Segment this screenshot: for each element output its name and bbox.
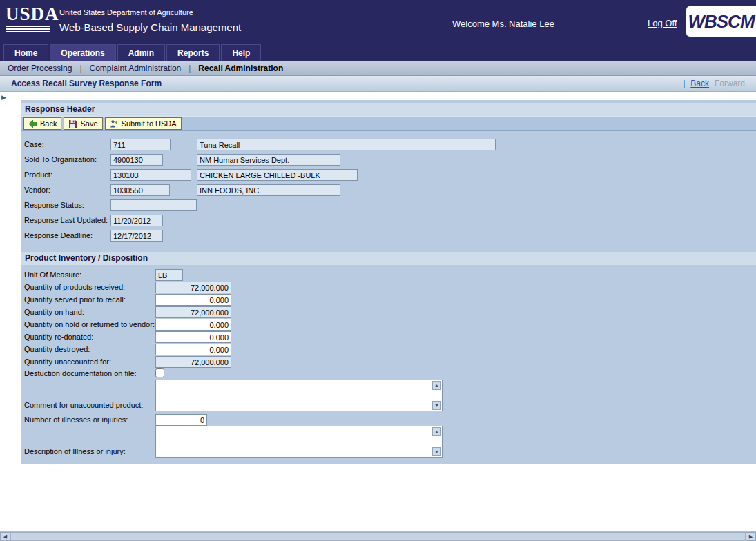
tab-home[interactable]: Home xyxy=(3,44,48,61)
sub-navigation: Order Processing | Complaint Administrat… xyxy=(0,61,756,76)
qty-on-hand-label: Quantity on hand: xyxy=(24,306,84,318)
history-nav: | Back Forward xyxy=(683,79,756,88)
qty-redonated-label: Quantity re-donated: xyxy=(24,331,93,343)
form-row-vendor: Vendor: xyxy=(21,184,756,196)
back-link[interactable]: Back xyxy=(690,79,709,88)
form-row-illnesses: Number of illnesses or injuries: xyxy=(21,414,756,426)
section-title-response-header: Response Header xyxy=(21,103,756,116)
response-deadline-label: Response Deadline: xyxy=(24,230,93,242)
top-header: USDA United States Department of Agricul… xyxy=(0,0,756,43)
qty-destroyed-label: Quantity destroyed: xyxy=(24,344,90,355)
scroll-down-icon[interactable]: ▼ xyxy=(432,401,441,410)
scroll-up-icon[interactable]: ▲ xyxy=(432,381,441,390)
vendor-label: Vendor: xyxy=(24,184,50,196)
tab-reports[interactable]: Reports xyxy=(166,44,220,61)
department-line: United States Department of Agriculture xyxy=(59,8,193,17)
form-row-qty-destroyed: Quantity destroyed: xyxy=(21,344,756,355)
form-row-response-status: Response Status: xyxy=(21,199,756,211)
response-last-updated-label: Response Last Updated: xyxy=(24,215,108,226)
case-text-input[interactable] xyxy=(197,139,496,150)
product-text-input[interactable] xyxy=(197,169,358,181)
page-title-bar: Access Recall Survey Response Form | Bac… xyxy=(0,76,756,92)
qty-destroyed-input[interactable] xyxy=(155,344,231,355)
sold-to-text-input[interactable] xyxy=(197,154,340,166)
usda-logo: USDA xyxy=(6,3,54,32)
qty-on-hold-label: Quantity on hold or returned to vendor: xyxy=(24,319,155,331)
tab-help[interactable]: Help xyxy=(221,44,261,61)
vendor-text-input[interactable] xyxy=(197,184,340,196)
vendor-code-input[interactable] xyxy=(110,184,170,196)
form-row-illness-description: Description of Illness or injury: ▲ ▼ xyxy=(21,426,756,458)
case-label: Case: xyxy=(24,139,44,150)
form-row-product: Product: xyxy=(21,169,756,181)
qty-served-label: Quantity served prior to recall: xyxy=(24,294,126,306)
response-status-label: Response Status: xyxy=(24,199,84,211)
form-row-last-updated: Response Last Updated: xyxy=(21,215,756,226)
section-title-inventory: Product Inventory / Disposition xyxy=(21,252,756,265)
case-code-input[interactable] xyxy=(110,139,171,150)
destruction-doc-checkbox[interactable] xyxy=(155,368,164,377)
back-arrow-icon xyxy=(28,119,37,128)
qty-on-hand-input[interactable] xyxy=(155,306,231,318)
subnav-order-processing[interactable]: Order Processing xyxy=(0,63,79,73)
response-last-updated-input[interactable] xyxy=(110,215,163,226)
panel-expand-arrow-icon[interactable]: ▶ xyxy=(1,94,6,101)
comment-textarea[interactable] xyxy=(156,380,432,411)
qty-unaccounted-label: Quantity unaccounted for: xyxy=(24,356,111,368)
uom-input[interactable] xyxy=(155,269,183,281)
page-title: Access Recall Survey Response Form xyxy=(0,79,162,88)
subnav-recall-administration[interactable]: Recall Administration xyxy=(191,63,291,73)
usda-logo-stripes xyxy=(6,26,54,32)
back-button[interactable]: Back xyxy=(23,117,61,130)
usda-logo-text: USDA xyxy=(6,3,54,24)
product-code-input[interactable] xyxy=(110,169,191,181)
uom-label: Unit Of Measure: xyxy=(24,269,81,281)
log-off-link[interactable]: Log Off xyxy=(648,18,677,28)
qty-received-input[interactable] xyxy=(155,282,231,293)
form-row-case: Case: xyxy=(21,139,756,150)
sold-to-code-input[interactable] xyxy=(110,154,163,166)
qty-redonated-input[interactable] xyxy=(155,331,231,343)
save-disk-icon xyxy=(68,119,77,128)
form-row-sold-to: Sold To Organization: xyxy=(21,154,756,166)
content-panel: Response Header Back Save Submit to USDA xyxy=(21,100,756,464)
qty-received-label: Quantity of products received: xyxy=(24,282,125,293)
forward-link[interactable]: Forward xyxy=(715,79,745,88)
comment-label: Comment for unaccounted product: xyxy=(24,401,143,410)
history-nav-separator: | xyxy=(683,79,685,88)
form-toolbar: Back Save Submit to USDA xyxy=(21,116,756,131)
scroll-down-icon[interactable]: ▼ xyxy=(432,447,441,456)
form-row-qty-redonated: Quantity re-donated: xyxy=(21,331,756,343)
qty-on-hold-input[interactable] xyxy=(155,319,231,331)
response-deadline-input[interactable] xyxy=(110,230,163,242)
illness-description-textarea-frame: ▲ ▼ xyxy=(155,426,443,458)
scroll-up-icon[interactable]: ▲ xyxy=(432,427,441,436)
scroll-right-icon[interactable]: ▶ xyxy=(746,532,756,541)
qty-unaccounted-input[interactable] xyxy=(155,356,231,368)
form-row-uom: Unit Of Measure: xyxy=(21,269,756,281)
scroll-left-icon[interactable]: ◀ xyxy=(0,532,10,541)
form-row-qty-on-hold: Quantity on hold or returned to vendor: xyxy=(21,319,756,331)
submit-to-usda-button[interactable]: Submit to USDA xyxy=(105,117,182,130)
wbscm-application-window: USDA United States Department of Agricul… xyxy=(0,0,756,541)
product-label: Product: xyxy=(24,169,52,181)
illnesses-input[interactable] xyxy=(155,414,207,426)
sold-to-label: Sold To Organization: xyxy=(24,154,97,166)
horizontal-scrollbar-thumb[interactable] xyxy=(10,532,746,541)
save-button[interactable]: Save xyxy=(64,117,102,130)
main-tab-bar: Home Operations Admin Reports Help xyxy=(0,43,756,61)
qty-served-input[interactable] xyxy=(155,294,231,306)
form-row-comment: Comment for unaccounted product: ▲ ▼ xyxy=(21,380,756,411)
application-title: Web-Based Supply Chain Management xyxy=(59,21,241,33)
illness-description-textarea[interactable] xyxy=(156,426,432,457)
tab-operations[interactable]: Operations xyxy=(50,44,115,61)
form-row-destruction-doc: Destuction documentation on file: xyxy=(21,368,756,378)
form-row-deadline: Response Deadline: xyxy=(21,230,756,242)
subnav-complaint-administration[interactable]: Complaint Administration xyxy=(82,63,189,73)
destruction-doc-label: Destuction documentation on file: xyxy=(24,368,137,378)
horizontal-scrollbar[interactable]: ◀ ▶ xyxy=(0,531,756,541)
submit-to-usda-button-label: Submit to USDA xyxy=(122,119,177,128)
illness-description-label: Description of Illness or injury: xyxy=(24,447,126,456)
tab-admin[interactable]: Admin xyxy=(117,44,165,61)
response-status-input[interactable] xyxy=(110,199,197,211)
